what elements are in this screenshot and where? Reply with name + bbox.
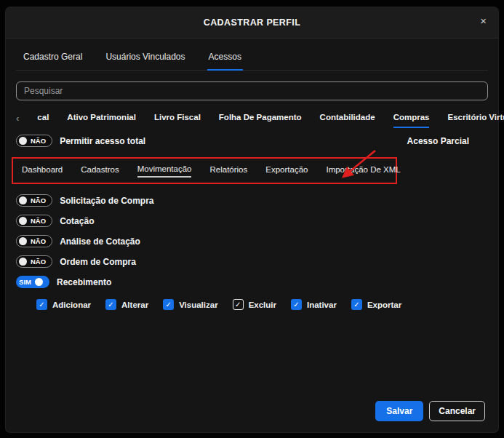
perm-row-solicitacao-de-compra: NÃO Solicitação de Compra	[16, 194, 488, 207]
module-tab-ativo-patrimonial[interactable]: Ativo Patrimonial	[67, 113, 136, 127]
module-tab-livro-fiscal[interactable]: Livro Fiscal	[154, 113, 201, 127]
tab-cadastro-geral[interactable]: Cadastro Geral	[22, 50, 84, 71]
scroll-left-icon[interactable]: ‹	[16, 113, 19, 124]
toggle-knob	[19, 196, 27, 204]
toggle-state-label: NÃO	[31, 137, 46, 145]
perm-label: Análise de Cotação	[60, 236, 140, 247]
perm-row-analise-de-cotacao: NÃO Análise de Cotação	[16, 234, 488, 248]
perm-label: Solicitação de Compra	[60, 196, 153, 206]
module-tab-escritorio-virtual[interactable]: Escritório Virtual	[447, 113, 504, 127]
toggle-state-label: NÃO	[31, 196, 46, 204]
section-tab-movimentacao[interactable]: Movimentação	[137, 164, 192, 178]
perm-label: Ordem de Compra	[60, 257, 136, 267]
checkbox-exportar[interactable]: ✓ Exportar	[351, 299, 401, 310]
section-tabs-annotation-box: Dashboard Cadastros Movimentação Relatór…	[12, 157, 397, 184]
acesso-parcial-label: Acesso Parcial	[407, 136, 488, 146]
checkbox-checked-icon: ✓	[351, 299, 362, 310]
module-tab-compras[interactable]: Compras	[393, 113, 430, 128]
main-tabs: Cadastro Geral Usuários Vinculados Acess…	[16, 39, 488, 71]
section-tab-dashboard[interactable]: Dashboard	[22, 165, 63, 177]
module-tab-strip: ‹ cal Ativo Patrimonial Livro Fiscal Fol…	[16, 113, 488, 128]
checkbox-label: Adicionar	[52, 300, 91, 309]
solicitacao-de-compra-toggle[interactable]: NÃO	[16, 194, 52, 207]
checkbox-inativar[interactable]: ✓ Inativar	[291, 299, 337, 310]
toggle-knob	[19, 258, 27, 266]
toggle-state-label: NÃO	[31, 237, 46, 245]
modal-header: CADASTRAR PERFIL ×	[6, 7, 498, 39]
analise-de-cotacao-toggle[interactable]: NÃO	[16, 235, 52, 247]
checkbox-checked-icon: ✓	[36, 299, 47, 310]
tab-acessos[interactable]: Acessos	[207, 50, 243, 71]
perm-row-ordem-de-compra: NÃO Ordem de Compra	[16, 255, 488, 268]
close-icon[interactable]: ×	[480, 15, 487, 26]
search-input[interactable]	[16, 81, 488, 100]
module-tab-folha-de-pagamento[interactable]: Folha De Pagamento	[219, 113, 302, 127]
checkbox-label: Excluir	[249, 300, 276, 309]
section-tab-relatorios[interactable]: Relatórios	[209, 165, 247, 177]
permitir-acesso-total-label: Permitir acesso total	[60, 136, 145, 146]
perm-label: Recebimento	[57, 277, 111, 287]
checkbox-label: Alterar	[121, 300, 148, 309]
modal-title: CADASTRAR PERFIL	[204, 17, 300, 28]
checkbox-label: Inativar	[307, 300, 337, 309]
checkbox-label: Visualizar	[179, 300, 218, 309]
module-tab-cal[interactable]: cal	[37, 113, 49, 127]
checkbox-checked-icon: ✓	[163, 299, 174, 310]
cadastrar-perfil-modal: CADASTRAR PERFIL × Cadastro Geral Usuári…	[6, 7, 498, 432]
permitir-acesso-total-toggle[interactable]: NÃO	[16, 135, 52, 147]
tab-usuarios-vinculados[interactable]: Usuários Vinculados	[104, 50, 186, 71]
cotacao-toggle[interactable]: NÃO	[16, 215, 52, 227]
toggle-state-label: NÃO	[31, 258, 46, 266]
perm-label: Cotação	[60, 216, 94, 226]
recebimento-actions: ✓ Adicionar ✓ Alterar ✓ Visualizar ✓ Exc…	[36, 299, 488, 310]
permission-list: NÃO Solicitação de Compra NÃO Cotação NÃ…	[16, 194, 488, 310]
search-wrap	[16, 81, 488, 100]
toggle-knob	[19, 137, 27, 145]
modal-footer: Salvar Cancelar	[16, 401, 488, 432]
checkbox-adicionar[interactable]: ✓ Adicionar	[36, 299, 91, 310]
checkbox-visualizar[interactable]: ✓ Visualizar	[163, 299, 218, 310]
toggle-state-label: NÃO	[31, 217, 46, 225]
toggle-state-label: SIM	[19, 278, 31, 286]
toggle-knob	[35, 278, 43, 286]
access-total-row: NÃO Permitir acesso total Acesso Parcial	[16, 135, 488, 147]
checkbox-checked-icon: ✓	[291, 299, 302, 310]
toggle-knob	[19, 217, 27, 225]
checkbox-label: Exportar	[367, 300, 401, 309]
module-tab-contabilidade[interactable]: Contabilidade	[320, 113, 375, 127]
toggle-knob	[19, 237, 27, 245]
checkbox-checked-icon: ✓	[233, 299, 244, 310]
checkbox-excluir[interactable]: ✓ Excluir	[233, 299, 276, 310]
checkbox-alterar[interactable]: ✓ Alterar	[105, 299, 148, 310]
section-tab-exportacao[interactable]: Exportação	[265, 165, 308, 177]
checkbox-checked-icon: ✓	[105, 299, 116, 310]
perm-row-recebimento: SIM Recebimento	[16, 275, 488, 289]
section-tab-importacao-de-xml[interactable]: Importação De XML	[326, 165, 400, 177]
section-tab-cadastros[interactable]: Cadastros	[81, 165, 119, 177]
recebimento-toggle[interactable]: SIM	[16, 276, 49, 288]
modal-content: Cadastro Geral Usuários Vinculados Acess…	[6, 39, 498, 432]
cancel-button[interactable]: Cancelar	[429, 401, 485, 421]
perm-row-cotacao: NÃO Cotação	[16, 214, 488, 228]
ordem-de-compra-toggle[interactable]: NÃO	[16, 255, 52, 268]
save-button[interactable]: Salvar	[375, 401, 423, 421]
